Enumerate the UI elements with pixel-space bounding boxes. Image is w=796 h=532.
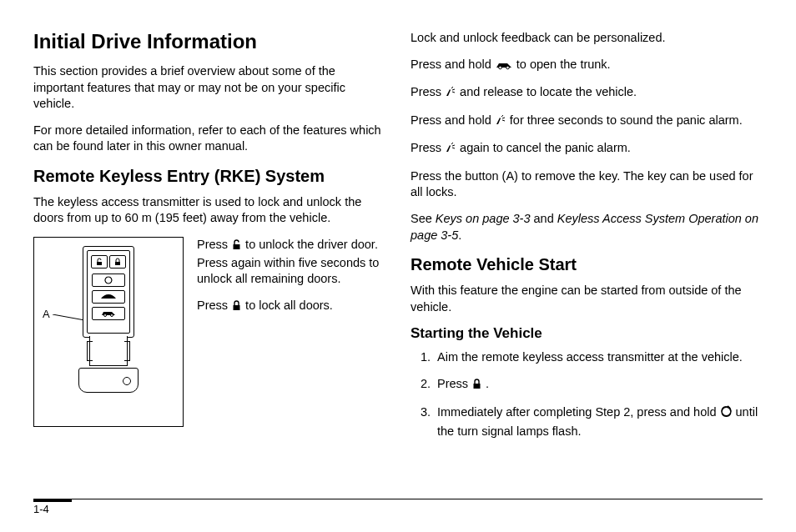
remote-start-icon: [720, 405, 733, 424]
svg-point-3: [104, 314, 107, 316]
right-column: Lock and unlock feedback can be personal…: [411, 30, 763, 449]
heading-starting-vehicle: Starting the Vehicle: [411, 325, 763, 342]
fob-remote-start-icon: [92, 274, 125, 287]
trunk-instruction: Press and hold to open the trunk.: [411, 57, 763, 75]
step-3: Immediately after completing Step 2, pre…: [434, 404, 763, 442]
step-1: Aim the remote keyless access transmitte…: [434, 349, 763, 367]
page-number: 1-4: [33, 503, 49, 515]
svg-rect-5: [234, 244, 240, 249]
rke-desc: The keyless access transmitter is used t…: [33, 194, 385, 227]
car-trunk-icon: [495, 58, 513, 75]
svg-rect-1: [97, 262, 102, 265]
locate-instruction: Press and release to locate the vehicle.: [411, 84, 763, 103]
horn-icon: [445, 86, 456, 103]
left-column: Initial Drive Information This section p…: [33, 30, 385, 449]
rke-figure-row: A: [33, 237, 385, 427]
key-fob-icon: [78, 246, 139, 396]
step-2: Press .: [434, 375, 763, 395]
cancel-panic-instruction: Press again to cancel the panic alarm.: [411, 140, 763, 158]
horn-icon: [495, 114, 506, 131]
heading-rke: Remote Keyless Entry (RKE) System: [33, 167, 385, 186]
horn-icon: [445, 142, 456, 158]
key-remove-instruction: Press the button (A) to remove the key. …: [411, 168, 763, 201]
ref-keys: Keys on page 3‑3: [436, 212, 531, 225]
intro-p2: For more detailed information, refer to …: [33, 123, 385, 155]
figure-label-a: A: [43, 308, 50, 320]
panic-instruction: Press and hold for three seconds to soun…: [411, 113, 763, 131]
svg-point-7: [498, 66, 501, 69]
svg-point-8: [506, 66, 509, 69]
key-fob-figure: A: [33, 237, 184, 427]
starting-steps: Aim the remote keyless access transmitte…: [411, 349, 763, 441]
remote-start-desc: With this feature the engine can be star…: [411, 283, 763, 315]
lock-icon: [471, 377, 482, 395]
lock-icon: [231, 299, 242, 316]
page-footer: 1-4: [33, 499, 763, 515]
svg-rect-9: [474, 384, 481, 389]
see-reference: See Keys on page 3‑3 and Keyless Access …: [411, 211, 763, 243]
svg-rect-2: [115, 262, 120, 265]
unlock-icon: [231, 238, 242, 255]
feedback-note: Lock and unlock feedback can be personal…: [411, 30, 763, 47]
svg-rect-6: [234, 305, 240, 310]
svg-point-4: [111, 314, 113, 316]
fob-lock-icon: [109, 255, 126, 269]
lock-instruction: Press to lock all doors.: [197, 298, 385, 316]
fob-unlock-icon: [91, 255, 108, 269]
fob-trunk-icon: [92, 290, 125, 304]
heading-initial-drive: Initial Drive Information: [33, 30, 385, 53]
intro-p1: This section provides a brief overview a…: [33, 63, 385, 113]
heading-remote-start: Remote Vehicle Start: [411, 255, 763, 274]
unlock-instruction: Press to unlock the driver door. Press a…: [197, 237, 385, 288]
fob-car-icon: [92, 307, 125, 320]
